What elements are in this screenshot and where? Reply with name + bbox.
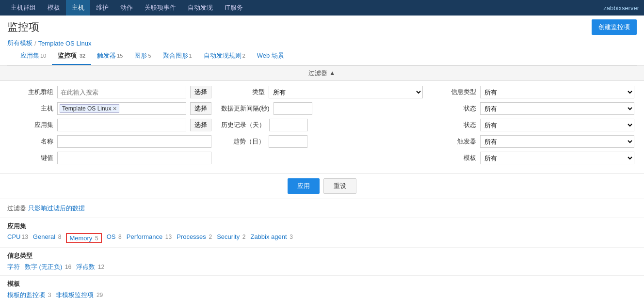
filter-row-trend: 趋势（日） bbox=[221, 135, 423, 148]
app-set-item-os[interactable]: OS 8 bbox=[107, 233, 122, 243]
tab-web-scenarios[interactable]: Web 场景 bbox=[251, 47, 290, 65]
data-update-interval-input[interactable] bbox=[274, 102, 312, 115]
tab-aggregate-graphs[interactable]: 聚合图形1 bbox=[157, 47, 198, 65]
info-type-float[interactable]: 浮点数 12 bbox=[76, 263, 104, 271]
filter-row-key: 键值 bbox=[10, 152, 211, 164]
tab-monitor-items[interactable]: 监控项 32 bbox=[52, 47, 91, 65]
breadcrumb-template-os-linux[interactable]: Template OS Linux bbox=[38, 40, 92, 47]
host-tag-remove[interactable]: ✕ bbox=[113, 106, 117, 112]
status2-label: 状态 bbox=[433, 121, 476, 129]
app-set-label: 应用集 bbox=[10, 121, 53, 129]
app-set-item-zabbix-agent[interactable]: Zabbix agent 3 bbox=[250, 233, 292, 243]
filter-row-status2: 状态 所有 bbox=[433, 119, 634, 131]
apply-button[interactable]: 应用 bbox=[288, 178, 320, 194]
info-type-label: 信息类型 bbox=[433, 88, 476, 96]
nav-item-discovery[interactable]: 自动发现 bbox=[182, 0, 219, 16]
status-select[interactable]: 所有 bbox=[480, 102, 634, 115]
app-set-select-btn[interactable]: 选择 bbox=[190, 119, 211, 131]
nav-item-maintenance[interactable]: 维护 bbox=[90, 0, 114, 16]
host-tag: Template OS Linux ✕ bbox=[60, 104, 119, 113]
breadcrumb-all-templates[interactable]: 所有模板 bbox=[7, 39, 32, 47]
trigger-select[interactable]: 所有 bbox=[480, 135, 634, 148]
nav-item-templates[interactable]: 模板 bbox=[42, 0, 66, 16]
nav-item-related-events[interactable]: 关联项事件 bbox=[139, 0, 182, 16]
sub-tabs: 应用集10 监控项 32 触发器15 图形5 聚合图形1 自动发现规则2 Web… bbox=[7, 47, 637, 65]
key-input[interactable] bbox=[57, 152, 211, 164]
filter-info-label: 过滤器 bbox=[7, 204, 26, 212]
key-label: 键值 bbox=[10, 154, 53, 162]
app-set-section-title: 应用集 bbox=[7, 222, 637, 231]
app-set-item-performance[interactable]: Performance 13 bbox=[127, 233, 172, 243]
tab-graphs[interactable]: 图形5 bbox=[129, 47, 157, 65]
trend-input[interactable] bbox=[269, 135, 307, 148]
info-type-select[interactable]: 所有 bbox=[480, 86, 634, 98]
app-set-item-processes[interactable]: Processes 2 bbox=[177, 233, 212, 243]
filter-row-status: 状态 所有 bbox=[433, 102, 634, 115]
filter-row-type: 类型 所有 bbox=[221, 86, 423, 98]
nav-item-it-services[interactable]: IT服务 bbox=[219, 0, 249, 16]
filter-row-info-type: 信息类型 所有 bbox=[433, 86, 634, 98]
tab-app-set[interactable]: 应用集10 bbox=[15, 47, 52, 65]
info-type-section: 信息类型 字符 数字 (无正负) 16 浮点数 12 bbox=[0, 248, 644, 276]
page-title-row: 监控项 创建监控项 bbox=[7, 19, 637, 35]
tab-discovery-rules[interactable]: 自动发现规则2 bbox=[198, 47, 251, 65]
template-section: 模板 模板的监控项 3 非模板监控项 29 bbox=[0, 276, 644, 298]
app-set-item-cpu[interactable]: CPU13 bbox=[7, 233, 28, 243]
filter-row-app-set: 应用集 选择 bbox=[10, 119, 211, 131]
trend-label: 趋势（日） bbox=[221, 137, 265, 146]
filter-toggle-inner: 过滤器 ▲ bbox=[308, 69, 335, 78]
type-select[interactable]: 所有 bbox=[269, 86, 423, 98]
app-set-input[interactable] bbox=[57, 119, 186, 131]
create-monitor-item-button[interactable]: 创建监控项 bbox=[592, 19, 637, 35]
info-type-unsigned-int[interactable]: 数字 (无正负) 16 bbox=[25, 263, 71, 271]
app-set-items: CPU13 General 8 Memory 5 OS 8 Performanc… bbox=[7, 233, 637, 243]
template-item-template[interactable]: 模板的监控项 3 bbox=[7, 291, 51, 298]
filter-section: 主机群组 选择 主机 Template OS Linux ✕ 选择 应用集 bbox=[0, 81, 644, 173]
filter-row-host: 主机 Template OS Linux ✕ 选择 bbox=[10, 102, 211, 115]
host-tag-value: Template OS Linux bbox=[62, 105, 111, 112]
filter-info: 过滤器 只影响过滤后的数据 bbox=[0, 199, 644, 218]
app-set-section: 应用集 CPU13 General 8 Memory 5 OS 8 Perfor… bbox=[0, 218, 644, 248]
breadcrumb: 所有模板 / Template OS Linux bbox=[7, 39, 637, 47]
host-tag-input[interactable]: Template OS Linux ✕ bbox=[57, 102, 186, 115]
name-input[interactable] bbox=[57, 135, 211, 148]
filter-row-host-group: 主机群组 选择 bbox=[10, 86, 211, 98]
history-input[interactable] bbox=[269, 119, 308, 131]
main-content: 过滤器 ▲ 主机群组 选择 主机 Template OS Linux ✕ bbox=[0, 66, 644, 298]
username-display: zabbixserver bbox=[603, 4, 639, 12]
nav-item-actions[interactable]: 动作 bbox=[114, 0, 139, 16]
template-item-non-template[interactable]: 非模板监控项 29 bbox=[56, 291, 103, 298]
filter-row-history: 历史记录（天） bbox=[221, 119, 423, 131]
page-title: 监控项 bbox=[7, 20, 39, 34]
host-group-select-btn[interactable]: 选择 bbox=[190, 86, 211, 98]
nav-item-host-groups[interactable]: 主机群组 bbox=[5, 0, 42, 16]
template-label: 模板 bbox=[433, 154, 476, 162]
nav-item-hosts[interactable]: 主机 bbox=[66, 0, 90, 16]
reset-button[interactable]: 重设 bbox=[323, 178, 356, 194]
template-select[interactable]: 所有 bbox=[480, 152, 634, 164]
filter-toggle[interactable]: 过滤器 ▲ bbox=[0, 66, 644, 81]
status2-select[interactable]: 所有 bbox=[480, 119, 634, 131]
nav-items: 主机群组 模板 主机 维护 动作 关联项事件 自动发现 IT服务 bbox=[5, 0, 249, 16]
template-items: 模板的监控项 3 非模板监控项 29 bbox=[7, 291, 637, 298]
info-type-char[interactable]: 字符 bbox=[7, 263, 20, 271]
filter-header-label: 过滤器 ▲ bbox=[308, 69, 335, 78]
data-update-interval-label: 数据更新间隔(秒) bbox=[221, 104, 270, 113]
app-set-item-security[interactable]: Security 2 bbox=[217, 233, 245, 243]
filter-info-description: 只影响过滤后的数据 bbox=[28, 204, 85, 212]
host-select-btn[interactable]: 选择 bbox=[190, 102, 211, 115]
type-label: 类型 bbox=[221, 88, 265, 96]
breadcrumb-separator: / bbox=[34, 40, 36, 47]
app-set-item-memory[interactable]: Memory 5 bbox=[66, 233, 101, 243]
top-navigation: 主机群组 模板 主机 维护 动作 关联项事件 自动发现 IT服务 zabbixs… bbox=[0, 0, 644, 16]
info-type-items: 字符 数字 (无正负) 16 浮点数 12 bbox=[7, 263, 637, 271]
tab-triggers[interactable]: 触发器15 bbox=[91, 47, 129, 65]
page-header: 监控项 创建监控项 所有模板 / Template OS Linux 应用集10… bbox=[0, 16, 644, 66]
trigger-label: 触发器 bbox=[433, 137, 476, 146]
host-group-input[interactable] bbox=[57, 86, 186, 98]
app-set-item-general[interactable]: General 8 bbox=[33, 233, 62, 243]
filter-row-name: 名称 bbox=[10, 135, 211, 148]
name-label: 名称 bbox=[10, 137, 53, 146]
filter-row-trigger: 触发器 所有 bbox=[433, 135, 634, 148]
filter-actions: 应用 重设 bbox=[0, 173, 644, 199]
